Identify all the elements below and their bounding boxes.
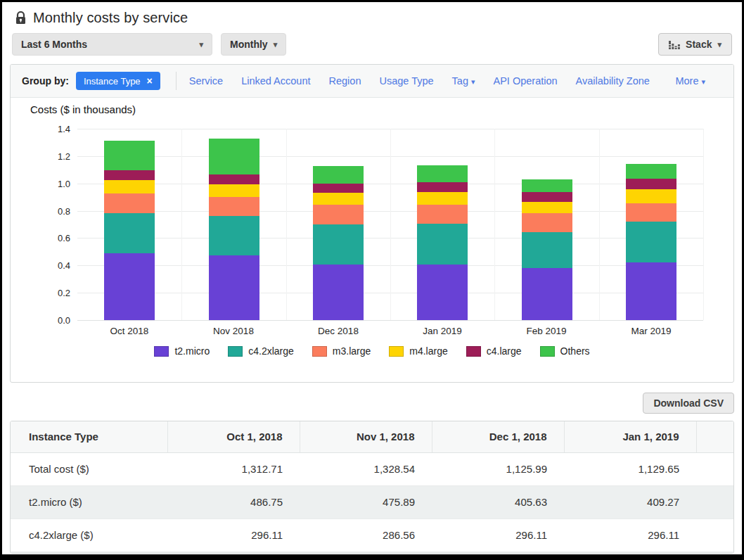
bar-segment-m3.large-Jan-2019[interactable]	[417, 205, 468, 224]
bar-segment-c4.large-Oct-2018[interactable]	[104, 170, 155, 180]
bar-segment-c4.2xlarge-Oct-2018[interactable]	[104, 213, 155, 254]
table-header-row: Instance TypeOct 1, 2018Nov 1, 2018Dec 1…	[11, 421, 733, 452]
table-header-cell-empty	[696, 421, 733, 452]
lock-icon	[15, 11, 26, 25]
date-range-value: Last 6 Months	[21, 39, 87, 50]
legend-item-c4.large: c4.large	[466, 345, 522, 357]
bar-segment-c4.2xlarge-Jan-2019[interactable]	[417, 224, 468, 265]
remove-filter-icon[interactable]: ×	[147, 76, 153, 86]
value-cell: 1,125.99	[432, 452, 564, 485]
legend-label: c4.large	[487, 345, 522, 357]
download-csv-button[interactable]: Download CSV	[643, 393, 734, 414]
gridline	[494, 129, 495, 320]
row-label-cell: Total cost ($)	[11, 452, 167, 485]
chevron-down-icon: ▾	[199, 41, 203, 49]
bar-segment-m3.large-Dec-2018[interactable]	[313, 205, 364, 224]
value-cell: 405.63	[432, 485, 564, 518]
group-by-link-availability-zone[interactable]: Availability Zone	[576, 75, 650, 87]
bar-segment-m3.large-Nov-2018[interactable]	[209, 197, 259, 216]
legend-item-t2.micro: t2.micro	[154, 345, 210, 357]
table-row: t2.micro ($)486.75475.89405.63409.27	[11, 485, 733, 518]
bar-segment-t2.micro-Mar-2019[interactable]	[626, 262, 676, 320]
table-header-cell: Nov 1, 2018	[300, 421, 432, 452]
y-axis-tick: 1.2	[45, 151, 70, 162]
legend-swatch-icon	[389, 346, 404, 357]
y-axis-tick: 0.0	[45, 315, 70, 326]
bar-segment-c4.large-Feb-2019[interactable]	[522, 192, 572, 202]
bar-segment-Others-Feb-2019[interactable]	[522, 179, 572, 192]
active-filter-pill[interactable]: Instance Type ×	[76, 72, 160, 90]
legend-item-m3.large: m3.large	[312, 345, 371, 357]
bar-segment-t2.micro-Dec-2018[interactable]	[313, 265, 364, 320]
legend-swatch-icon	[228, 346, 243, 357]
group-by-link-service[interactable]: Service	[189, 75, 223, 87]
chevron-down-icon: ▾	[717, 41, 721, 49]
bar-segment-c4.2xlarge-Feb-2019[interactable]	[522, 232, 572, 268]
legend-label: m3.large	[333, 345, 371, 357]
group-by-link-region[interactable]: Region	[329, 75, 361, 87]
group-by-label: Group by:	[22, 75, 69, 87]
bar-segment-m4.large-Mar-2019[interactable]	[626, 189, 676, 203]
bar-segment-c4.large-Mar-2019[interactable]	[626, 179, 676, 190]
bar-segment-m4.large-Dec-2018[interactable]	[313, 193, 364, 205]
bar-segment-m4.large-Feb-2019[interactable]	[522, 202, 572, 214]
value-cell: 296.11	[432, 518, 564, 552]
chart-style-dropdown[interactable]: Stack ▾	[658, 33, 732, 56]
bar-segment-m3.large-Mar-2019[interactable]	[626, 203, 676, 222]
group-by-link-linked-account[interactable]: Linked Account	[241, 75, 310, 87]
table-header-cell: Oct 1, 2018	[167, 421, 300, 452]
legend-swatch-icon	[540, 346, 555, 357]
bar-segment-Others-Nov-2018[interactable]	[209, 139, 259, 174]
table-row: Total cost ($)1,312.711,328.541,125.991,…	[11, 452, 733, 485]
bar-segment-t2.micro-Feb-2019[interactable]	[522, 268, 572, 320]
y-axis-tick: 1.0	[45, 179, 70, 189]
legend-label: t2.micro	[174, 345, 210, 357]
bar-segment-t2.micro-Jan-2019[interactable]	[417, 265, 468, 320]
bar-segment-c4.2xlarge-Dec-2018[interactable]	[313, 224, 364, 265]
bar-segment-c4.2xlarge-Mar-2019[interactable]	[626, 222, 676, 262]
group-by-bar: Group by: Instance Type × ServiceLinked …	[11, 65, 733, 98]
group-by-link-usage-type[interactable]: Usage Type	[379, 75, 433, 87]
group-by-link-tag[interactable]: Tag▾	[452, 75, 475, 87]
bar-segment-c4.large-Jan-2019[interactable]	[417, 182, 468, 193]
legend-swatch-icon	[312, 346, 327, 357]
group-by-link-more[interactable]: More▾	[675, 75, 705, 87]
y-axis-tick: 0.6	[45, 233, 70, 243]
chart-style-value: Stack	[686, 39, 712, 50]
bar-segment-Others-Oct-2018[interactable]	[104, 141, 155, 170]
bar-segment-c4.large-Dec-2018[interactable]	[313, 184, 364, 193]
bar-segment-m4.large-Nov-2018[interactable]	[209, 184, 259, 197]
value-cell: 486.75	[167, 485, 300, 518]
csv-row: Download CSV	[10, 393, 734, 414]
controls-row: Last 6 Months ▾ Monthly ▾ Stack ▾	[10, 33, 734, 56]
value-cell-empty	[696, 518, 733, 552]
gridline	[703, 129, 704, 320]
active-filter-label: Instance Type	[84, 76, 141, 87]
value-cell: 1,129.65	[564, 452, 696, 485]
bar-segment-c4.2xlarge-Nov-2018[interactable]	[209, 216, 259, 255]
granularity-value: Monthly	[230, 39, 268, 50]
bar-segment-c4.large-Nov-2018[interactable]	[209, 174, 259, 184]
bar-segment-m4.large-Oct-2018[interactable]	[104, 180, 155, 193]
row-label-cell: c4.2xlarge ($)	[11, 518, 167, 552]
group-by-link-api-operation[interactable]: API Operation	[494, 75, 558, 87]
page-title: Monthly costs by service	[33, 10, 188, 26]
bar-segment-Others-Mar-2019[interactable]	[626, 164, 676, 179]
value-cell-empty	[696, 452, 733, 485]
legend-swatch-icon	[154, 346, 169, 357]
value-cell: 1,312.71	[167, 452, 300, 485]
bar-segment-m4.large-Jan-2019[interactable]	[417, 192, 468, 204]
bar-segment-m3.large-Oct-2018[interactable]	[104, 193, 155, 213]
bar-segment-m3.large-Feb-2019[interactable]	[522, 213, 572, 231]
bar-segment-t2.micro-Nov-2018[interactable]	[209, 255, 259, 320]
bar-segment-Others-Dec-2018[interactable]	[313, 166, 364, 183]
gridline	[390, 129, 391, 320]
date-range-dropdown[interactable]: Last 6 Months ▾	[12, 33, 212, 56]
value-cell-empty	[696, 485, 733, 518]
group-by-links: ServiceLinked AccountRegionUsage TypeTag…	[189, 75, 722, 87]
table-header-cell: Jan 1, 2019	[564, 421, 696, 452]
granularity-dropdown[interactable]: Monthly ▾	[221, 33, 286, 56]
legend-label: m4.large	[409, 345, 447, 357]
bar-segment-Others-Jan-2019[interactable]	[417, 165, 468, 182]
bar-segment-t2.micro-Oct-2018[interactable]	[104, 253, 155, 320]
